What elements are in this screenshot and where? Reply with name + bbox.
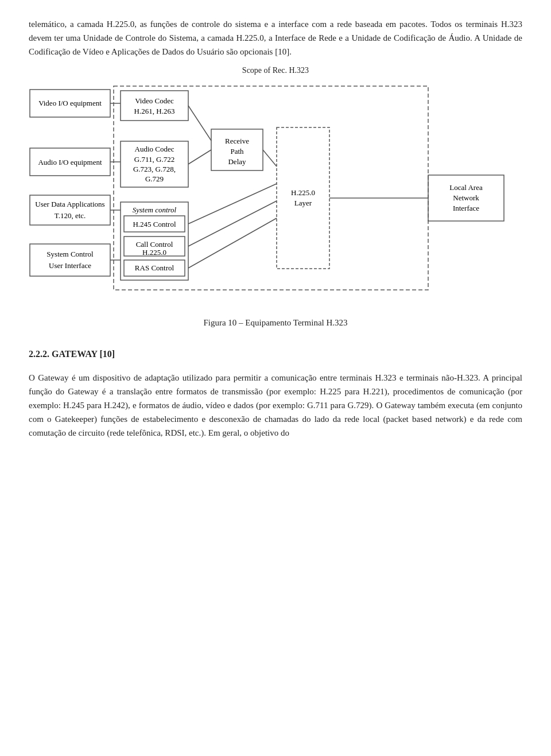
svg-line-43 bbox=[188, 201, 277, 246]
svg-line-42 bbox=[188, 184, 277, 224]
svg-rect-8 bbox=[30, 244, 110, 276]
svg-text:H.245 Control: H.245 Control bbox=[133, 220, 176, 228]
svg-text:Video I/O equipment: Video I/O equipment bbox=[38, 99, 102, 107]
diagram-container: Scope of Rec. H.323 Video I/O equipment … bbox=[29, 64, 522, 304]
svg-text:Audio Codec: Audio Codec bbox=[135, 145, 174, 153]
svg-text:G.711, G.722: G.711, G.722 bbox=[134, 155, 174, 164]
svg-text:Delay: Delay bbox=[228, 157, 246, 166]
svg-text:G.729: G.729 bbox=[145, 175, 164, 183]
svg-text:Layer: Layer bbox=[294, 199, 312, 207]
svg-line-44 bbox=[188, 218, 277, 268]
svg-text:RAS Control: RAS Control bbox=[135, 263, 174, 272]
section-heading: 2.2.2. GATEWAY [10] bbox=[29, 347, 522, 362]
svg-rect-0 bbox=[114, 86, 428, 290]
svg-text:G.723, G.728,: G.723, G.728, bbox=[133, 165, 176, 173]
svg-text:Video Codec: Video Codec bbox=[135, 96, 174, 105]
svg-text:H.225.0: H.225.0 bbox=[142, 248, 166, 257]
svg-text:Local Area: Local Area bbox=[449, 183, 483, 192]
svg-text:H.261, H.263: H.261, H.263 bbox=[134, 107, 175, 115]
svg-text:Interface: Interface bbox=[453, 204, 479, 212]
svg-text:Receive: Receive bbox=[225, 137, 249, 145]
page-content: telemático, a camada H.225.0, as funções… bbox=[29, 17, 522, 440]
svg-line-36 bbox=[188, 106, 211, 141]
svg-line-37 bbox=[188, 150, 211, 164]
svg-rect-15 bbox=[121, 91, 188, 121]
intro-paragraph: telemático, a camada H.225.0, as funções… bbox=[29, 17, 522, 59]
svg-text:User Data Applications: User Data Applications bbox=[35, 200, 104, 208]
svg-rect-38 bbox=[277, 127, 329, 269]
svg-text:T.120, etc.: T.120, etc. bbox=[55, 211, 86, 220]
svg-text:System control: System control bbox=[133, 206, 177, 214]
svg-text:User Interface: User Interface bbox=[49, 261, 91, 270]
svg-text:Network: Network bbox=[453, 193, 479, 202]
svg-text:Call Control: Call Control bbox=[136, 240, 173, 249]
svg-text:Audio I/O equipment: Audio I/O equipment bbox=[38, 158, 102, 166]
svg-text:H.225.0: H.225.0 bbox=[291, 188, 315, 197]
figure-caption: Figura 10 – Equipamento Terminal H.323 bbox=[29, 316, 522, 329]
gateway-paragraph: O Gateway é um dispositivo de adaptação … bbox=[29, 371, 522, 440]
svg-text:System Control: System Control bbox=[46, 250, 94, 258]
svg-line-41 bbox=[263, 150, 277, 166]
svg-text:Path: Path bbox=[230, 147, 244, 156]
